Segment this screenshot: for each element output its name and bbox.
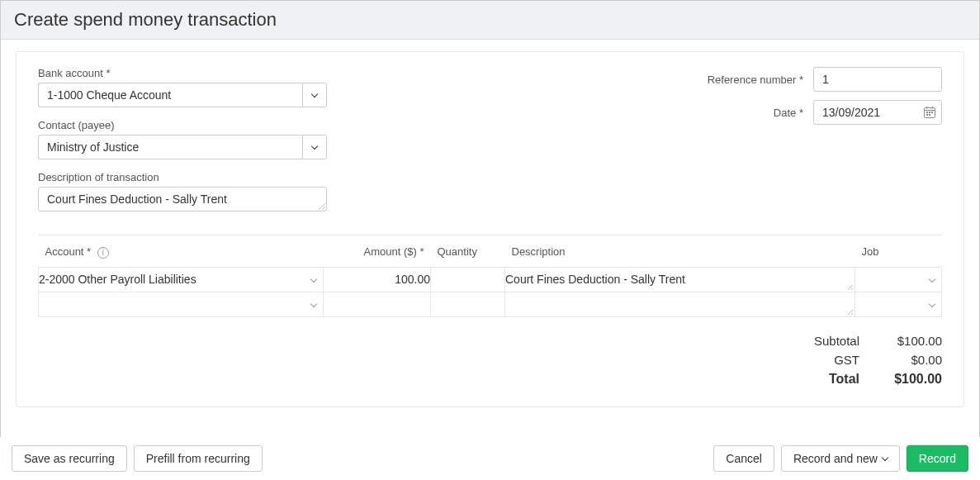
col-job: Job <box>855 235 942 267</box>
row-job-cell[interactable] <box>855 292 942 316</box>
row-description-cell[interactable] <box>505 292 855 316</box>
gst-label: GST <box>802 353 859 367</box>
date-label: Date * <box>774 107 803 119</box>
row-description-cell[interactable]: Court Fines Deduction - Sally Trent <box>505 267 855 292</box>
subtotal-value: $100.00 <box>876 334 942 348</box>
chevron-down-icon <box>929 276 935 283</box>
record-button[interactable]: Record <box>907 445 968 472</box>
table-header-row: Account * i Amount ($) * Quantity Descri… <box>39 235 942 267</box>
col-description: Description <box>505 235 855 267</box>
bank-account-label: Bank account * <box>38 67 327 79</box>
chevron-down-icon <box>311 142 318 149</box>
description-label: Description of transaction <box>38 171 327 183</box>
gst-value: $0.00 <box>876 353 942 367</box>
svg-rect-7 <box>926 114 928 116</box>
resize-handle-icon <box>847 284 853 290</box>
subtotal-label: Subtotal <box>802 334 859 348</box>
row-job-cell[interactable] <box>855 267 942 292</box>
row-quantity-cell[interactable] <box>431 267 505 292</box>
cancel-button[interactable]: Cancel <box>713 445 774 472</box>
svg-rect-5 <box>929 112 930 113</box>
description-input[interactable]: Court Fines Deduction - Sally Trent <box>38 187 327 211</box>
bank-account-value[interactable]: 1-1000 Cheque Account <box>38 83 302 107</box>
row-amount-cell[interactable]: 100.00 <box>324 267 431 292</box>
row-amount-cell[interactable] <box>324 292 431 316</box>
bank-account-select[interactable]: 1-1000 Cheque Account <box>38 83 327 107</box>
contact-value[interactable]: Ministry of Justice <box>38 135 302 159</box>
line-items-table: Account * i Amount ($) * Quantity Descri… <box>38 235 942 317</box>
chevron-down-icon <box>929 301 935 307</box>
contact-select[interactable]: Ministry of Justice <box>38 135 327 159</box>
totals-section: Subtotal $100.00 GST $0.00 Total $100.00 <box>38 334 942 392</box>
row-account-cell[interactable] <box>39 292 324 316</box>
footer-bar: Save as recurring Prefill from recurring… <box>0 437 980 480</box>
contact-label: Contact (payee) <box>38 119 327 131</box>
bank-account-dropdown-btn[interactable] <box>302 83 327 107</box>
contact-dropdown-btn[interactable] <box>302 135 327 159</box>
record-and-new-button[interactable]: Record and new <box>781 445 900 472</box>
row-account-cell[interactable]: 2-2000 Other Payroll Liabilities <box>39 267 324 292</box>
resize-handle-icon <box>847 309 853 315</box>
reference-input[interactable] <box>813 67 942 92</box>
page-header: Create spend money transaction <box>1 1 979 40</box>
chevron-down-icon <box>310 276 317 283</box>
prefill-from-recurring-button[interactable]: Prefill from recurring <box>134 445 263 472</box>
table-row: 2-2000 Other Payroll Liabilities 100.00 … <box>39 267 942 292</box>
row-quantity-cell[interactable] <box>431 292 505 316</box>
total-value: $100.00 <box>876 372 942 387</box>
svg-rect-8 <box>929 114 930 116</box>
resize-handle-icon <box>319 203 325 210</box>
total-label: Total <box>802 372 859 387</box>
col-amount: Amount ($) * <box>324 235 431 267</box>
chevron-down-icon <box>310 301 317 307</box>
page-title: Create spend money transaction <box>14 9 966 31</box>
reference-label: Reference number * <box>708 74 803 86</box>
svg-rect-4 <box>926 112 928 113</box>
info-icon[interactable]: i <box>97 247 109 259</box>
save-as-recurring-button[interactable]: Save as recurring <box>12 445 127 472</box>
chevron-down-icon <box>882 454 888 460</box>
svg-rect-6 <box>931 112 933 113</box>
transaction-card: Bank account * 1-1000 Cheque Account Con… <box>16 51 964 407</box>
col-account: Account * i <box>39 235 324 267</box>
calendar-icon[interactable] <box>923 106 936 119</box>
table-row <box>39 292 942 316</box>
col-quantity: Quantity <box>431 235 505 267</box>
chevron-down-icon <box>311 90 318 97</box>
